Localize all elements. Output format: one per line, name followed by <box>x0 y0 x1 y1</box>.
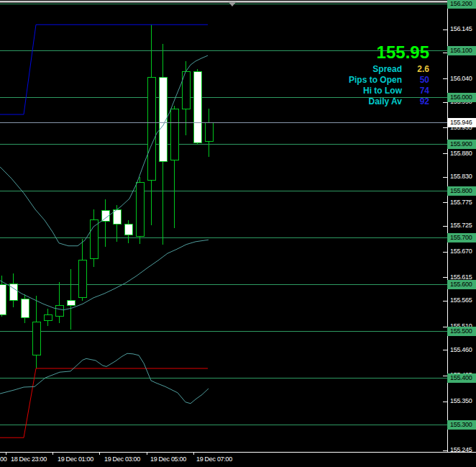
mt4-chart-window: 155.95 Spread2.6Pips to Open50Hi to Low7… <box>0 0 476 467</box>
time-axis-label: 19 Dec 07:00 <box>196 455 232 463</box>
candle-body <box>159 77 167 162</box>
time-axis[interactable]: 0018 Dec 23:0019 Dec 01:0019 Dec 03:0019… <box>0 454 476 467</box>
info-label: Pips to Open <box>278 75 402 86</box>
info-label: Spread <box>278 64 402 75</box>
candle-body <box>90 219 98 259</box>
candle-body <box>21 299 29 318</box>
price-axis-label: 155.830 <box>450 172 476 181</box>
candle-body <box>136 182 144 236</box>
price-axis[interactable]: 156.145156.095156.040155.990155.935155.8… <box>447 0 476 452</box>
time-axis-label: 00 <box>0 455 6 463</box>
price-axis-label: 155.725 <box>450 221 476 230</box>
info-value: 74 <box>402 86 429 96</box>
price-axis-gridline-label: 155.400 <box>447 373 476 383</box>
time-axis-label: 19 Dec 01:00 <box>58 455 93 463</box>
price-axis-gridline-label: 155.600 <box>447 280 476 289</box>
candle-body <box>32 322 40 355</box>
info-rows: Spread2.6Pips to Open50Hi to Low74Daily … <box>278 64 429 107</box>
scroll-marker-icon <box>228 1 237 6</box>
candle-body <box>44 315 52 321</box>
price-axis-label: 155.565 <box>450 296 476 305</box>
candle-body <box>67 301 75 306</box>
current-price-label: 155.946 <box>447 118 476 127</box>
slow-ma <box>0 240 209 310</box>
info-value: 50 <box>402 75 429 86</box>
current-price-display: 155.95 <box>278 43 429 62</box>
price-axis-gridline-label: 156.200 <box>447 0 476 9</box>
info-label: Hi to Low <box>278 86 402 96</box>
price-axis-label: 155.880 <box>450 149 476 158</box>
price-axis-label: 155.670 <box>450 247 476 256</box>
info-value: 92 <box>402 96 429 107</box>
price-axis-gridline-label: 156.100 <box>447 46 476 55</box>
price-axis-gridline-label: 155.300 <box>447 420 476 430</box>
candle-body <box>55 306 63 317</box>
price-axis-label: 155.775 <box>450 198 476 207</box>
price-axis-gridline-label: 155.500 <box>447 327 476 336</box>
info-row: Daily Av92 <box>278 96 429 107</box>
info-label: Daily Av <box>278 96 402 107</box>
price-axis-gridline-label: 155.800 <box>447 186 476 196</box>
candle-body <box>147 78 155 180</box>
price-axis-label: 155.460 <box>450 345 476 355</box>
price-axis-gridline-label: 155.900 <box>447 140 476 149</box>
info-value: 2.6 <box>402 64 429 75</box>
price-axis-label: 156.145 <box>450 24 476 34</box>
market-info-panel: 155.95 Spread2.6Pips to Open50Hi to Low7… <box>278 43 429 107</box>
price-axis-gridline-label: 155.700 <box>447 233 476 242</box>
info-row: Hi to Low74 <box>278 86 429 96</box>
candle-body <box>205 122 213 141</box>
info-row: Spread2.6 <box>278 64 429 75</box>
candle-body <box>124 224 132 235</box>
time-axis-label: 18 Dec 23:00 <box>11 455 47 463</box>
candle-body <box>193 72 201 142</box>
time-axis-label: 19 Dec 03:00 <box>104 455 140 463</box>
candle-body <box>0 284 6 314</box>
day-high-line <box>0 24 208 114</box>
price-axis-label: 155.350 <box>450 396 476 406</box>
info-row: Pips to Open50 <box>278 75 429 86</box>
price-axis-gridline-label: 156.000 <box>447 93 476 102</box>
candle-body <box>170 109 178 160</box>
price-axis-label: 156.040 <box>450 74 476 83</box>
chart-top-border <box>0 1 447 3</box>
day-low-line <box>0 368 208 437</box>
time-axis-label: 19 Dec 05:00 <box>150 455 186 463</box>
candle-body <box>78 260 86 297</box>
